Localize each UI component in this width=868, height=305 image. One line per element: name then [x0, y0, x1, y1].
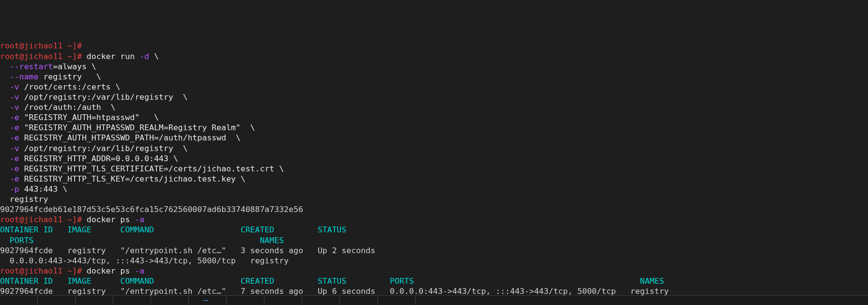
- cmd-arg: registry: [0, 194, 868, 204]
- taskbar-cell[interactable]: [264, 296, 302, 305]
- prompt: root@jichao11 ~]#: [0, 215, 82, 224]
- prompt: root@jichao11 ~]#: [0, 52, 82, 61]
- flag: -a: [135, 215, 144, 224]
- taskbar-cell[interactable]: [378, 296, 416, 305]
- taskbar-cell[interactable]: [38, 296, 76, 305]
- flag: --name: [10, 72, 39, 81]
- dash-icon: —: [203, 295, 208, 305]
- flag: -v: [10, 144, 19, 153]
- flag: -e: [10, 174, 19, 183]
- table-header: ONTAINER ID IMAGE COMMAND CREATED STATUS…: [0, 276, 868, 286]
- flag: -v: [10, 82, 19, 92]
- table-header: PORTS NAMES: [0, 235, 868, 245]
- taskbar-cell[interactable]: [76, 296, 113, 305]
- taskbar-cell[interactable]: [340, 296, 378, 305]
- prompt: root@jichao11 ~]#: [0, 266, 82, 275]
- flag: -v: [10, 103, 19, 112]
- prompt-line: root@jichao11 ~]#: [0, 41, 868, 51]
- table-row: 9027964fcde registry "/entrypoint.sh /et…: [0, 245, 868, 256]
- taskbar: —: [0, 295, 868, 305]
- flag: -p: [10, 184, 19, 194]
- flag: -e: [10, 113, 19, 122]
- flag: -e: [10, 154, 19, 163]
- taskbar-cell[interactable]: —: [189, 296, 227, 305]
- taskbar-cell[interactable]: [113, 296, 151, 305]
- taskbar-cell[interactable]: [302, 296, 340, 305]
- cmd-text: docker ps: [82, 266, 135, 275]
- cmd-text: docker ps: [82, 215, 135, 224]
- table-row: 9027964fcde registry "/entrypoint.sh /et…: [0, 286, 868, 296]
- table-row: 0.0.0.0:443->443/tcp, :::443->443/tcp, 5…: [0, 256, 868, 266]
- flag: -v: [10, 92, 19, 102]
- table-header: ONTAINER ID IMAGE COMMAND CREATED STATUS: [0, 225, 868, 235]
- taskbar-cell[interactable]: [151, 296, 189, 305]
- terminal-output[interactable]: root@jichao11 ~]#root@jichao11 ~]# docke…: [0, 41, 868, 305]
- flag: -a: [135, 266, 144, 275]
- flag: -e: [10, 123, 19, 132]
- output-line: 9027964fcdeb61e187d53c5e53c6fca15c762560…: [0, 204, 868, 214]
- flag: --restart: [10, 62, 53, 71]
- cmd-text: docker run: [82, 52, 140, 61]
- flag: -e: [10, 133, 19, 142]
- flag: -d: [140, 52, 149, 61]
- taskbar-cell[interactable]: [0, 296, 38, 305]
- taskbar-cell[interactable]: [227, 296, 264, 305]
- flag: -e: [10, 164, 19, 173]
